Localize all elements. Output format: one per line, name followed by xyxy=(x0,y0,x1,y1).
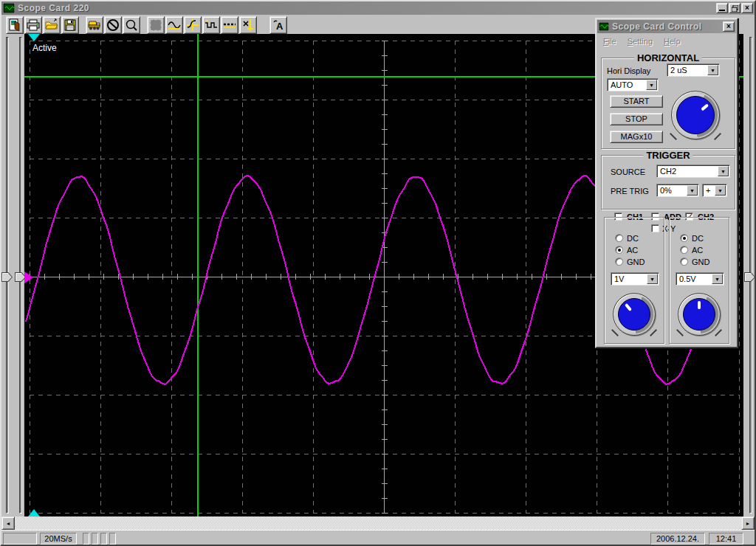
ch1-ac-radio[interactable] xyxy=(615,246,623,254)
ch1-ac-label: AC xyxy=(627,246,638,255)
ch1-gnd-radio[interactable] xyxy=(615,258,623,266)
sample-rate-value: 20MS/s xyxy=(40,533,77,545)
print-icon[interactable] xyxy=(24,16,42,34)
svg-text:A: A xyxy=(276,21,284,32)
menu-help[interactable]: Help xyxy=(664,37,681,46)
horizontal-group-title: HORIZONTAL xyxy=(634,52,702,63)
date-value: 2006.12.24. xyxy=(650,533,705,545)
status-panel-empty xyxy=(3,533,37,545)
ch2-gnd-radio[interactable] xyxy=(680,258,688,266)
control-window-title: Scope Card Control xyxy=(612,21,722,32)
scope-card-control-window: Scope Card Control × File Setting Help H… xyxy=(595,18,738,348)
control-menubar: File Setting Help xyxy=(598,35,735,48)
ch1-dc-radio[interactable] xyxy=(615,234,623,242)
ch1-group: DC AC GND 1V▼ xyxy=(604,217,664,344)
trigger-group: TRIGGER SOURCE CH2▼ PRE TRIG 0%▼ +▼ xyxy=(601,155,735,210)
minimize-button[interactable] xyxy=(716,3,728,13)
vertical-position-gutter-left xyxy=(0,34,24,516)
ch2-gnd-label: GND xyxy=(692,258,709,266)
start-button[interactable]: START xyxy=(610,95,663,108)
close-button[interactable]: × xyxy=(741,3,753,13)
trigger-marker-top-icon[interactable] xyxy=(28,34,40,41)
chevron-down-icon: ▼ xyxy=(715,185,726,196)
status-segment xyxy=(100,533,107,545)
trigger-source-label: SOURCE xyxy=(611,167,645,176)
menu-setting[interactable]: Setting xyxy=(628,37,653,46)
trigger-cross-icon[interactable] xyxy=(184,16,202,34)
scroll-left-icon[interactable]: ◄ xyxy=(1,516,15,530)
hori-mode-select[interactable]: AUTO▼ xyxy=(607,78,659,91)
trigger-source-select[interactable]: CH2▼ xyxy=(656,165,730,178)
ch1-dc-label: DC xyxy=(627,234,639,243)
chevron-down-icon: ▼ xyxy=(647,274,658,284)
grid-icon xyxy=(147,16,165,34)
restore-button[interactable] xyxy=(729,3,740,13)
dotted-line-icon[interactable] xyxy=(221,16,238,34)
chevron-down-icon: ▼ xyxy=(707,65,718,75)
text-label-icon[interactable]: A xyxy=(269,16,287,34)
status-segment xyxy=(92,533,98,545)
ch1-gnd-label: GND xyxy=(627,258,645,266)
cancel-icon[interactable] xyxy=(104,16,122,34)
stop-button[interactable]: STOP xyxy=(610,113,663,125)
vertical-position-gutter-right xyxy=(743,34,756,516)
chevron-down-icon: ▼ xyxy=(718,166,729,176)
chevron-down-icon: ▼ xyxy=(687,185,698,196)
xy-cursor-icon[interactable] xyxy=(239,16,257,34)
trigger-slope-select[interactable]: +▼ xyxy=(702,184,727,197)
app-window: Scope Card 220 × A Active xyxy=(0,0,756,546)
ch2-dc-radio[interactable] xyxy=(680,234,688,242)
horizontal-scrollbar[interactable]: ◄ ► xyxy=(1,516,755,530)
trigger-marker-bottom-icon[interactable] xyxy=(28,509,40,516)
horizontal-group: HORIZONTAL Hori Display 2 uS▼ AUTO▼ STAR… xyxy=(601,58,735,149)
window-title: Scope Card 220 xyxy=(18,3,715,13)
main-titlebar: Scope Card 220 × xyxy=(1,1,755,15)
chevron-down-icon: ▼ xyxy=(646,80,657,90)
hori-display-label: Hori Display xyxy=(607,66,650,75)
ch2-ac-radio[interactable] xyxy=(680,246,688,254)
time-value: 12:41 xyxy=(709,533,743,545)
slider-thumb-3[interactable] xyxy=(744,272,755,282)
chevron-down-icon: ▼ xyxy=(712,274,723,284)
horizontal-knob[interactable] xyxy=(671,91,720,139)
pretrig-label: PRE TRIG xyxy=(611,187,649,196)
status-bar: 20MS/s 2006.12.24. 12:41 xyxy=(1,530,755,545)
app-icon xyxy=(3,3,15,13)
open-folder-icon[interactable] xyxy=(43,16,61,34)
ch2-range-select[interactable]: 0.5V▼ xyxy=(676,272,724,286)
exit-icon[interactable] xyxy=(6,16,24,34)
slider-thumb-1[interactable] xyxy=(1,272,13,282)
control-titlebar: Scope Card Control × xyxy=(597,20,736,33)
pretrig-select[interactable]: 0%▼ xyxy=(656,184,699,197)
ch2-group: DC AC GND 0.5V▼ xyxy=(669,217,729,344)
scroll-right-icon[interactable]: ► xyxy=(741,516,755,530)
menu-file[interactable]: File xyxy=(603,37,616,46)
ch2-dc-label: DC xyxy=(692,234,704,243)
ch1-position-knob[interactable] xyxy=(613,293,656,336)
control-close-button[interactable]: × xyxy=(723,21,735,32)
ch1-range-select[interactable]: 1V▼ xyxy=(611,272,659,286)
status-segment xyxy=(83,533,89,545)
zoom-icon[interactable] xyxy=(123,16,140,34)
ch2-position-knob[interactable] xyxy=(678,293,721,336)
status-segment xyxy=(109,533,116,545)
mag-x10-button[interactable]: MAGx10 xyxy=(610,131,663,143)
ch2-level-marker-icon[interactable] xyxy=(24,272,33,283)
active-status-label: Active xyxy=(32,43,57,53)
timebase-select[interactable]: 2 uS▼ xyxy=(667,63,720,77)
control-window-icon xyxy=(599,22,609,31)
pulse-wave-icon[interactable] xyxy=(202,16,220,34)
sine-wave-icon[interactable] xyxy=(165,16,183,34)
save-icon[interactable] xyxy=(61,16,79,34)
trigger-group-title: TRIGGER xyxy=(643,150,693,161)
dump-truck-icon[interactable] xyxy=(86,16,103,34)
ch2-ac-label: AC xyxy=(692,246,703,255)
